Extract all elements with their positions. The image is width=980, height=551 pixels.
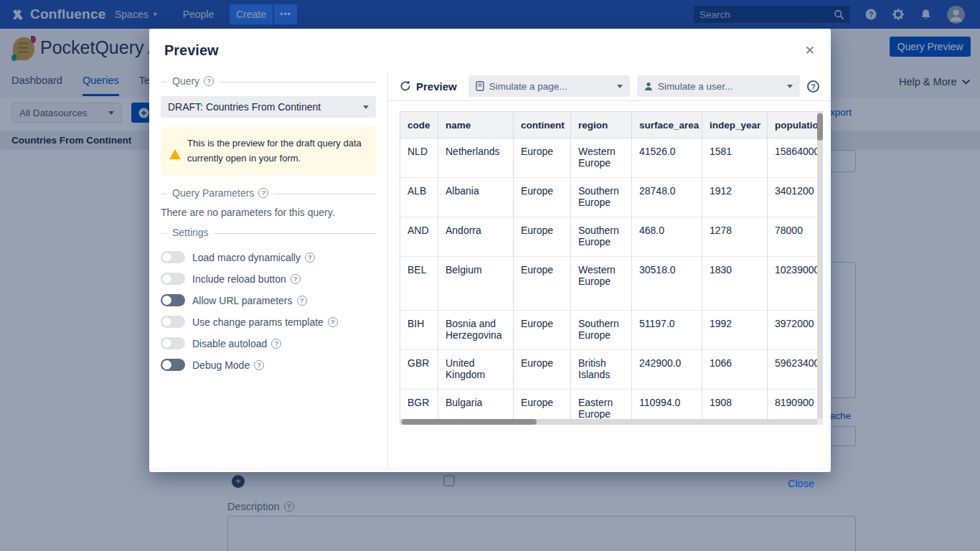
help-icon[interactable]: ?	[271, 339, 281, 349]
user-icon	[644, 82, 653, 91]
simulate-user-select[interactable]: Simulate a user...	[637, 75, 800, 97]
setting-row: Use change params template?	[161, 311, 376, 333]
scrollbar-corner	[817, 419, 823, 425]
table-row: GBRUnited KingdomEuropeBritish Islands24…	[400, 350, 818, 390]
table-cell: BEL	[400, 257, 438, 311]
help-icon[interactable]: ?	[305, 253, 315, 263]
settings-toggles: Load macro dynamically?Include reload bu…	[161, 247, 376, 376]
help-icon[interactable]: ?	[258, 188, 268, 198]
table-cell: GBR	[400, 350, 438, 390]
chevron-down-icon	[617, 85, 623, 88]
setting-row: Allow URL parameters?	[161, 290, 376, 311]
table-cell: Southern Europe	[571, 311, 632, 350]
table-cell: Netherlands	[438, 138, 514, 178]
table-cell: 3401200	[768, 178, 818, 217]
setting-label: Include reload button?	[192, 273, 301, 285]
table-cell: 1581	[702, 138, 768, 178]
help-icon[interactable]: ?	[328, 317, 338, 327]
column-header-population: population	[768, 112, 818, 138]
close-icon[interactable]: ✕	[805, 43, 815, 58]
table-cell: 1066	[702, 350, 768, 390]
table-cell: Southern Europe	[571, 178, 632, 217]
column-header-code: code	[400, 112, 438, 138]
table-cell: BIH	[400, 311, 438, 350]
chevron-down-icon	[787, 85, 793, 88]
setting-label: Debug Mode?	[192, 359, 264, 371]
table-row: NLDNetherlandsEuropeWestern Europe41526.…	[400, 138, 818, 178]
table-cell: 30518.0	[632, 257, 702, 311]
draft-warning-message: ! This is the preview for the draft quer…	[161, 127, 376, 176]
table-cell: Albania	[438, 178, 514, 217]
setting-label: Disable autoload?	[192, 338, 281, 349]
table-cell: Western Europe	[571, 138, 632, 178]
table-cell: Andorra	[438, 217, 514, 257]
preview-modal: Preview ✕ Query ? DRAFT: Countries From …	[149, 29, 831, 472]
table-cell: Europe	[514, 350, 571, 390]
preview-panel-title: Preview	[416, 80, 457, 93]
table-cell: Europe	[514, 138, 571, 178]
table-cell: Europe	[514, 178, 571, 217]
table-cell: 1992	[702, 311, 768, 350]
toggle-disable-autoload[interactable]	[161, 337, 185, 349]
table-row: BIHBosnia and HerzegovinaEuropeSouthern …	[400, 311, 818, 350]
setting-label: Use change params template?	[192, 316, 338, 328]
table-cell: United Kingdom	[438, 350, 514, 390]
table-cell: 51197.0	[632, 311, 702, 350]
modal-title: Preview	[164, 42, 219, 59]
table-cell: Bosnia and Herzegovina	[438, 311, 514, 350]
table-cell: NLD	[400, 138, 438, 178]
toggle-include-reload-button[interactable]	[161, 273, 185, 285]
horizontal-scrollbar[interactable]	[400, 419, 817, 425]
toggle-load-macro-dynamically[interactable]	[161, 251, 185, 263]
table-cell: 1830	[702, 257, 768, 311]
close-button[interactable]: Close	[788, 478, 814, 489]
table-cell: Southern Europe	[571, 217, 632, 257]
help-icon[interactable]: ?	[254, 360, 264, 370]
table-cell: 15864000	[768, 138, 818, 178]
help-icon[interactable]: ?	[291, 274, 301, 284]
table-cell: Belgium	[438, 257, 514, 311]
vertical-scrollbar-thumb[interactable]	[817, 113, 823, 141]
table-cell: 41526.0	[632, 138, 702, 178]
vertical-scrollbar[interactable]	[817, 111, 823, 419]
help-icon[interactable]: ?	[297, 296, 307, 306]
column-header-surface_area: surface_area	[632, 112, 702, 138]
simulate-page-select[interactable]: Simulate a page...	[468, 75, 630, 97]
table-cell: Europe	[514, 257, 571, 311]
table-row: ALBAlbaniaEuropeSouthern Europe28748.019…	[400, 178, 818, 217]
table-cell: 3972000	[768, 311, 818, 350]
no-parameters-text: There are no parameters for this query.	[161, 207, 376, 218]
toggle-use-change-params-template[interactable]	[161, 316, 185, 328]
table-cell: British Islands	[571, 350, 632, 390]
settings-section-legend: Settings	[161, 233, 376, 234]
setting-label: Allow URL parameters?	[192, 295, 307, 306]
table-cell: Europe	[514, 311, 571, 350]
table-cell: 468.0	[632, 217, 702, 257]
table-row: BELBelgiumEuropeWestern Europe30518.0183…	[400, 257, 818, 311]
toggle-allow-url-parameters[interactable]	[161, 294, 185, 306]
column-header-region: region	[571, 112, 632, 138]
setting-label: Load macro dynamically?	[192, 252, 315, 263]
help-icon[interactable]: ?	[204, 76, 214, 86]
table-row: ANDAndorraEuropeSouthern Europe468.01278…	[400, 217, 818, 257]
toggle-debug-mode[interactable]	[161, 359, 185, 371]
setting-row: Load macro dynamically?	[161, 247, 376, 268]
horizontal-scrollbar-thumb[interactable]	[402, 419, 537, 425]
refresh-icon[interactable]	[400, 80, 411, 92]
query-section-legend: Query ?	[161, 82, 376, 83]
table-cell: Europe	[514, 217, 571, 257]
help-icon[interactable]: ?	[807, 80, 819, 93]
column-header-continent: continent	[514, 112, 571, 138]
column-header-name: name	[438, 112, 514, 138]
table-cell: 59623400	[768, 350, 818, 390]
chevron-down-icon	[363, 105, 369, 109]
query-select[interactable]: DRAFT: Countries From Continent	[161, 96, 376, 118]
table-cell: 242900.0	[632, 350, 702, 390]
preview-table: codenamecontinentregionsurface_areaindep…	[400, 111, 818, 425]
table-cell: 1912	[702, 178, 768, 217]
warning-icon: !	[169, 137, 181, 147]
modal-left-panel: Query ? DRAFT: Countries From Continent …	[149, 72, 387, 468]
preview-table-container: codenamecontinentregionsurface_areaindep…	[400, 111, 823, 425]
column-header-indep_year: indep_year	[702, 112, 768, 138]
modal-preview-panel: Preview Simulate a page...	[387, 72, 831, 468]
